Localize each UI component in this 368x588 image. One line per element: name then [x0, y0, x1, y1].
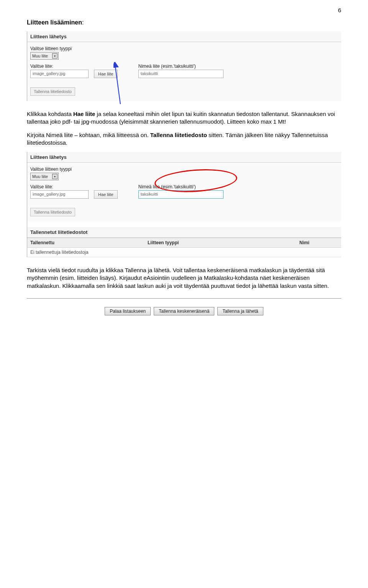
file-label-2: Valitse liite: — [30, 184, 89, 189]
save-send-button[interactable]: Tallenna ja lähetä — [217, 307, 263, 315]
page-heading: Liitteen lisääminen: — [27, 19, 341, 26]
panel2-body: Valitse liitteen tyyppi Muu liite ▾ Vali… — [27, 163, 341, 222]
type-select-2[interactable]: Muu liite ▾ — [30, 173, 59, 180]
saved-panel: Tallennetut liitetiedostot Tallennettu L… — [27, 227, 341, 257]
saved-columns: Tallennettu Liitteen tyyppi Nimi — [27, 238, 341, 248]
p2-bold: Tallenna liitetiedosto — [150, 132, 207, 138]
heading-colon: : — [82, 19, 84, 26]
file-row: Valitse liite: image_gallery.jpg Hae lii… — [30, 64, 338, 78]
back-button[interactable]: Palaa listaukseen — [105, 307, 151, 315]
file-field: Valitse liite: image_gallery.jpg — [30, 64, 89, 78]
type-label-2: Valitse liitteen tyyppi — [30, 167, 338, 172]
save-row: Tallenna liitetiedosto — [30, 87, 338, 96]
name-input-2[interactable]: taksikuitti — [138, 190, 223, 199]
panel2-title: Liitteen lähetys — [27, 152, 341, 163]
panel-body: Valitse liitteen tyyppi Muu liite ▾ Vali… — [27, 42, 341, 101]
name-label-2: Nimeä liite (esim.'taksikuitti') — [138, 184, 223, 189]
file-row-2: Valitse liite: image_gallery.jpg Hae lii… — [30, 184, 338, 199]
type-select[interactable]: Muu liite ▾ — [30, 52, 59, 60]
instruction-paragraph-2: Kirjoita Nimeä liite – kohtaan, mikä lii… — [27, 131, 341, 147]
empty-row: Ei tallennettuja liitetiedostoja — [27, 248, 341, 257]
footer-buttons: Palaa listaukseen Tallenna keskeneräisen… — [27, 307, 341, 315]
page-number: 6 — [338, 7, 341, 13]
name-field-2: Nimeä liite (esim.'taksikuitti') taksiku… — [138, 184, 223, 199]
p1-bold: Hae liite — [73, 111, 95, 117]
file-input-2[interactable]: image_gallery.jpg — [30, 190, 89, 199]
browse-button[interactable]: Hae liite — [94, 70, 118, 78]
name-field: Nimeä liite (esim.'taksikuitti') taksiku… — [138, 64, 223, 78]
attachment-panel-inner: Liitteen lähetys Valitse liitteen tyyppi… — [27, 31, 341, 101]
type-select-value-2: Muu liite — [32, 174, 48, 179]
col-name: Nimi — [296, 238, 341, 247]
col-type: Liitteen tyyppi — [145, 238, 296, 247]
type-label: Valitse liitteen tyyppi — [30, 46, 338, 51]
instruction-paragraph-1: Klilkkaa kohdasta Hae liite ja selaa kon… — [27, 110, 341, 126]
save-draft-button[interactable]: Tallenna keskeneräisenä — [154, 307, 214, 315]
save-attachment-button-2[interactable]: Tallenna liitetiedosto — [30, 208, 75, 216]
save-attachment-button[interactable]: Tallenna liitetiedosto — [30, 87, 75, 96]
save-row-2: Tallenna liitetiedosto — [30, 208, 338, 216]
type-field: Valitse liitteen tyyppi Muu liite ▾ — [30, 46, 338, 60]
saved-title: Tallennetut liitetiedostot — [27, 227, 341, 238]
p2-pre: Kirjoita Nimeä liite – kohtaan, mikä lii… — [27, 132, 150, 138]
name-label: Nimeä liite (esim.'taksikuitti') — [138, 64, 223, 69]
type-select-value: Muu liite — [32, 54, 48, 58]
heading-text: Liitteen lisääminen — [27, 19, 82, 26]
attachment-panel-2-inner: Liitteen lähetys Valitse liitteen tyyppi… — [27, 152, 341, 222]
name-input[interactable]: taksikuitti — [138, 70, 223, 78]
browse-button-2[interactable]: Hae liite — [94, 190, 118, 199]
file-field-2: Valitse liite: image_gallery.jpg — [30, 184, 89, 199]
p1-pre: Klilkkaa kohdasta — [27, 111, 73, 117]
chevron-down-icon: ▾ — [52, 53, 58, 59]
final-paragraph: Tarkista vielä tiedot ruudulta ja klikka… — [27, 266, 341, 290]
file-input[interactable]: image_gallery.jpg — [30, 70, 89, 78]
type-field-2: Valitse liitteen tyyppi Muu liite ▾ — [30, 167, 338, 180]
file-label: Valitse liite: — [30, 64, 89, 69]
divider — [27, 298, 341, 299]
attachment-panel-1: Liitteen lähetys Valitse liitteen tyyppi… — [27, 31, 341, 101]
chevron-down-icon: ▾ — [52, 174, 58, 179]
panel-title: Liitteen lähetys — [27, 31, 341, 42]
col-saved: Tallennettu — [27, 238, 145, 247]
attachment-panel-2: Liitteen lähetys Valitse liitteen tyyppi… — [27, 152, 341, 257]
